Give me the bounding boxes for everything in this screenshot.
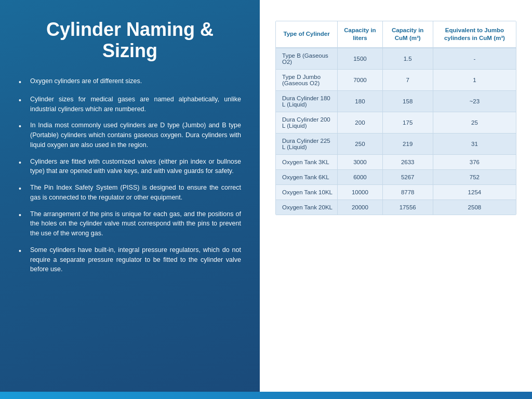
bullet-text: The arrangement of the pins is unique fo… xyxy=(30,209,241,238)
table-column-header: Capacity in CuM (m³) xyxy=(382,21,433,48)
table-cell: 3000 xyxy=(338,154,382,169)
bullet-dot: • xyxy=(19,121,26,132)
table-cell: 1500 xyxy=(338,48,382,70)
table-column-header: Equivalent to Jumbo cylinders in CuM (m³… xyxy=(433,21,516,48)
table-row: Oxygen Tank 10KL1000087781254 xyxy=(276,184,516,200)
table-cell: 1 xyxy=(433,69,516,90)
table-column-header: Capacity in liters xyxy=(338,21,382,48)
table-row: Oxygen Tank 3KL30002633376 xyxy=(276,154,516,169)
table-row: Type D Jumbo (Gaseous O2)700071 xyxy=(276,69,516,90)
bullet-dot: • xyxy=(19,210,26,221)
table-cell: 752 xyxy=(433,169,516,184)
bottom-accent-bar xyxy=(0,392,532,399)
table-cell: 7 xyxy=(382,69,433,90)
table-cell: 20000 xyxy=(338,200,382,215)
table-cell: 10000 xyxy=(338,184,382,200)
table-cell: 1.5 xyxy=(382,48,433,70)
left-panel: Cylinder Naming & Sizing •Oxygen cylinde… xyxy=(0,0,260,392)
table-cell: 31 xyxy=(433,133,516,154)
table-cell: Oxygen Tank 3KL xyxy=(276,154,338,169)
bullet-text: Cylinder sizes for medical gases are nam… xyxy=(30,95,241,114)
table-cell: 17556 xyxy=(382,200,433,215)
bullet-item: •In India most commonly used cylinders a… xyxy=(19,121,241,150)
table-cell: Type B (Gaseous O2) xyxy=(276,48,338,70)
table-cell: 6000 xyxy=(338,169,382,184)
table-row: Dura Cylinder 225 L (Liquid)25021931 xyxy=(276,133,516,154)
bullet-item: •Cylinders are fitted with customized va… xyxy=(19,157,241,177)
right-panel: Type of CylinderCapacity in litersCapaci… xyxy=(260,0,532,392)
table-cell: 200 xyxy=(338,112,382,133)
bullet-dot: • xyxy=(19,157,26,168)
table-cell: 1254 xyxy=(433,184,516,200)
table-cell: 7000 xyxy=(338,69,382,90)
table-cell: 25 xyxy=(433,112,516,133)
table-cell: 180 xyxy=(338,90,382,112)
table-cell: Dura Cylinder 225 L (Liquid) xyxy=(276,133,338,154)
table-cell: 5267 xyxy=(382,169,433,184)
table-row: Type B (Gaseous O2)15001.5- xyxy=(276,48,516,70)
table-cell: 2508 xyxy=(433,200,516,215)
table-cell: 250 xyxy=(338,133,382,154)
bullet-item: •Cylinder sizes for medical gases are na… xyxy=(19,95,241,114)
data-table-container: Type of CylinderCapacity in litersCapaci… xyxy=(275,21,516,215)
table-cell: 376 xyxy=(433,154,516,169)
table-cell: - xyxy=(433,48,516,70)
bullet-dot: • xyxy=(19,246,26,257)
table-row: Oxygen Tank 6KL60005267752 xyxy=(276,169,516,184)
table-body: Type B (Gaseous O2)15001.5-Type D Jumbo … xyxy=(276,48,516,215)
bullet-text: Some cylinders have built-in, integral p… xyxy=(30,245,241,274)
slide: Cylinder Naming & Sizing •Oxygen cylinde… xyxy=(0,0,532,392)
table-cell: Oxygen Tank 20KL xyxy=(276,200,338,215)
table-cell: 175 xyxy=(382,112,433,133)
table-row: Dura Cylinder 200 L (Liquid)20017525 xyxy=(276,112,516,133)
table-cell: Oxygen Tank 6KL xyxy=(276,169,338,184)
bullet-dot: • xyxy=(19,183,26,194)
table-cell: 219 xyxy=(382,133,433,154)
cylinder-table: Type of CylinderCapacity in litersCapaci… xyxy=(276,21,516,215)
bullet-item: •The arrangement of the pins is unique f… xyxy=(19,209,241,238)
bullet-dot: • xyxy=(19,95,26,106)
table-cell: Dura Cylinder 200 L (Liquid) xyxy=(276,112,338,133)
bullet-item: •The Pin Index Safety System (PISS) is d… xyxy=(19,183,241,203)
table-row: Oxygen Tank 20KL20000175562508 xyxy=(276,200,516,215)
table-cell: 158 xyxy=(382,90,433,112)
table-cell: ~23 xyxy=(433,90,516,112)
table-cell: Dura Cylinder 180 L (Liquid) xyxy=(276,90,338,112)
table-cell: 8778 xyxy=(382,184,433,200)
slide-title: Cylinder Naming & Sizing xyxy=(19,19,241,62)
table-column-header: Type of Cylinder xyxy=(276,21,338,48)
table-cell: Type D Jumbo (Gaseous O2) xyxy=(276,69,338,90)
bullet-text: The Pin Index Safety System (PISS) is de… xyxy=(30,183,241,203)
table-cell: Oxygen Tank 10KL xyxy=(276,184,338,200)
table-row: Dura Cylinder 180 L (Liquid)180158~23 xyxy=(276,90,516,112)
table-cell: 2633 xyxy=(382,154,433,169)
bullet-dot: • xyxy=(19,77,26,88)
bullet-item: •Oxygen cylinders are of different sizes… xyxy=(19,76,241,88)
table-header-row: Type of CylinderCapacity in litersCapaci… xyxy=(276,21,516,48)
bullet-text: Oxygen cylinders are of different sizes. xyxy=(30,76,142,86)
bullet-text: In India most commonly used cylinders ar… xyxy=(30,121,241,150)
bullet-item: •Some cylinders have built-in, integral … xyxy=(19,245,241,274)
right-spacer xyxy=(275,215,516,376)
bullet-text: Cylinders are fitted with customized val… xyxy=(30,157,241,177)
bullet-list: •Oxygen cylinders are of different sizes… xyxy=(19,76,241,281)
